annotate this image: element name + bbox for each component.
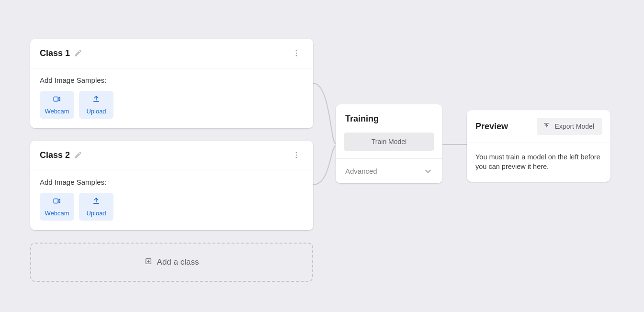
upload-button[interactable]: Upload xyxy=(79,193,113,221)
svg-point-0 xyxy=(296,50,297,51)
training-card: Training Train Model Advanced xyxy=(336,104,442,183)
chip-label: Webcam xyxy=(45,108,69,115)
export-icon xyxy=(542,122,550,131)
webcam-button[interactable]: Webcam xyxy=(40,91,74,119)
sample-source-row: Webcam Upload xyxy=(40,193,304,221)
preview-header: Preview Export Model xyxy=(467,110,610,143)
chip-label: Upload xyxy=(86,210,106,217)
more-vert-icon[interactable] xyxy=(289,148,304,162)
upload-button[interactable]: Upload xyxy=(79,91,113,119)
svg-point-2 xyxy=(296,55,297,56)
chip-label: Webcam xyxy=(45,210,69,217)
more-vert-icon[interactable] xyxy=(289,46,304,60)
chip-label: Upload xyxy=(86,108,106,115)
videocam-icon xyxy=(52,197,62,207)
class-body: Add Image Samples: Webcam Upload xyxy=(30,170,313,230)
videocam-icon xyxy=(52,95,62,105)
class-card-1: Class 1 Add Image Samples: Webcam xyxy=(30,39,313,128)
add-class-button[interactable]: Add a class xyxy=(30,243,313,282)
svg-point-4 xyxy=(296,152,297,153)
sample-source-row: Webcam Upload xyxy=(40,91,304,119)
preview-title: Preview xyxy=(475,122,508,132)
samples-label: Add Image Samples: xyxy=(40,76,304,84)
svg-point-6 xyxy=(296,157,297,158)
export-model-button[interactable]: Export Model xyxy=(537,118,602,135)
svg-point-1 xyxy=(296,53,297,54)
advanced-toggle[interactable]: Advanced xyxy=(336,158,442,183)
preview-card: Preview Export Model You must train a mo… xyxy=(467,110,610,182)
train-model-button[interactable]: Train Model xyxy=(344,133,434,151)
advanced-label: Advanced xyxy=(345,167,377,175)
export-label: Export Model xyxy=(555,123,594,130)
add-class-label: Add a class xyxy=(157,257,199,267)
training-title: Training xyxy=(345,114,379,123)
training-header: Training xyxy=(336,104,442,128)
samples-label: Add Image Samples: xyxy=(40,178,304,186)
pencil-icon[interactable] xyxy=(74,49,82,57)
webcam-button[interactable]: Webcam xyxy=(40,193,74,221)
upload-icon xyxy=(91,197,102,207)
upload-icon xyxy=(91,95,102,105)
class-body: Add Image Samples: Webcam Upload xyxy=(30,68,313,128)
svg-rect-3 xyxy=(54,97,58,101)
plus-box-icon xyxy=(145,257,152,267)
preview-body: You must train a model on the left befor… xyxy=(467,143,610,182)
svg-rect-7 xyxy=(54,199,58,203)
svg-point-5 xyxy=(296,155,297,156)
class-title: Class 2 xyxy=(40,150,70,160)
class-card-2: Class 2 Add Image Samples: Webcam xyxy=(30,141,313,230)
class-header: Class 1 xyxy=(30,39,313,68)
chevron-down-icon xyxy=(423,167,433,176)
class-header: Class 2 xyxy=(30,141,313,170)
pencil-icon[interactable] xyxy=(74,151,82,159)
class-title: Class 1 xyxy=(40,48,70,58)
